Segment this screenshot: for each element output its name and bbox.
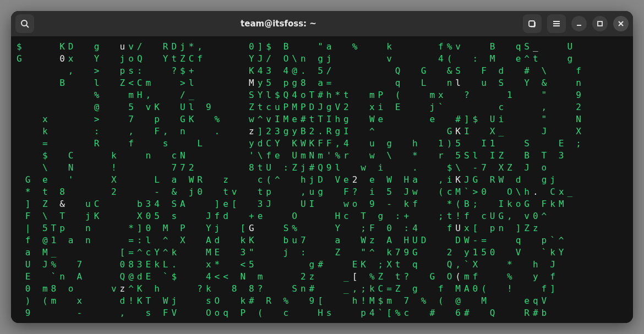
window-title: team@itsfoss: ~ bbox=[39, 19, 519, 29]
terminal-output: $ KD g uv/ RDj*, 0]$ B "a % k f%v B qS_ … bbox=[17, 41, 627, 319]
close-button[interactable] bbox=[613, 16, 629, 31]
svg-rect-9 bbox=[598, 21, 602, 26]
menu-button[interactable] bbox=[547, 14, 566, 33]
terminal-window: team@itsfoss: ~ bbox=[11, 11, 633, 323]
titlebar: team@itsfoss: ~ bbox=[11, 11, 633, 36]
svg-rect-2 bbox=[529, 21, 534, 26]
search-button[interactable] bbox=[15, 14, 34, 33]
maximize-button[interactable] bbox=[592, 16, 608, 31]
search-icon bbox=[20, 19, 29, 28]
close-icon bbox=[618, 20, 624, 27]
minimize-button[interactable] bbox=[571, 16, 587, 31]
svg-point-0 bbox=[21, 20, 27, 26]
new-tab-button[interactable] bbox=[523, 14, 542, 33]
maximize-icon bbox=[597, 20, 603, 27]
terminal-body[interactable]: $ KD g uv/ RDj*, 0]$ B "a % k f%v B qS_ … bbox=[11, 36, 633, 323]
minimize-icon bbox=[576, 20, 582, 27]
hamburger-icon bbox=[552, 19, 561, 28]
svg-line-1 bbox=[26, 25, 29, 28]
new-tab-icon bbox=[528, 19, 537, 28]
titlebar-right bbox=[523, 14, 629, 33]
